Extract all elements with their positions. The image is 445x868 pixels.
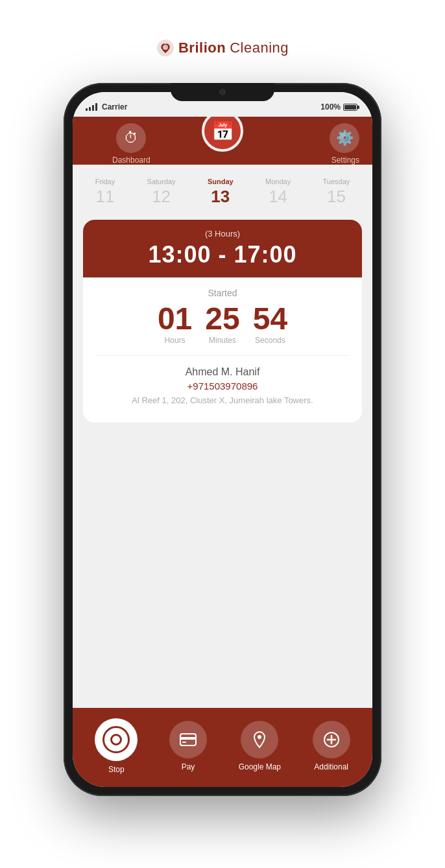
brand-logo-icon — [156, 39, 174, 57]
day-tuesday-num: 15 — [327, 187, 346, 207]
stop-dot — [110, 734, 122, 745]
stop-button[interactable]: Stop — [95, 718, 138, 774]
dashboard-icon-circle: ⏱ — [116, 123, 146, 153]
status-right: 100% — [320, 102, 359, 111]
day-friday[interactable]: Friday 11 — [95, 178, 115, 207]
stop-label: Stop — [108, 765, 125, 774]
additional-button[interactable]: Additional — [313, 721, 350, 771]
phone-frame: Carrier 100% ⏱ — [64, 83, 381, 796]
day-saturday-name: Saturday — [147, 178, 176, 185]
pay-label: Pay — [182, 762, 195, 771]
timer-minutes-num: 25 — [205, 303, 239, 334]
timer-seconds-unit: 54 Seconds — [253, 303, 287, 345]
day-tuesday-name: Tuesday — [323, 178, 350, 185]
additional-circle — [313, 721, 350, 758]
day-friday-name: Friday — [95, 178, 115, 185]
timer-minutes-label: Minutes — [209, 336, 236, 345]
timer-hours-num: 01 — [158, 303, 192, 334]
settings-label: Settings — [331, 156, 359, 165]
calendar-icon: 📅 — [211, 121, 234, 142]
timer-hours-label: Hours — [165, 336, 186, 345]
top-nav: ⏱ Dashboard 📅 ⚙️ Settings — [73, 117, 372, 165]
contact-info: Ahmed M. Hanif +971503970896 Al Reef 1, … — [132, 366, 313, 410]
nav-settings[interactable]: ⚙️ Settings — [268, 123, 359, 165]
pay-button[interactable]: Pay — [169, 721, 207, 771]
timer-minutes-unit: 25 Minutes — [205, 303, 239, 345]
brand-name-bold: Brilion — [178, 40, 226, 56]
dashboard-label: Dashboard — [112, 156, 150, 165]
brand-header: Brilion Cleaning — [156, 39, 289, 57]
contact-name: Ahmed M. Hanif — [186, 366, 260, 378]
map-button[interactable]: Google Map — [239, 721, 281, 771]
nav-dashboard[interactable]: ⏱ Dashboard — [86, 123, 177, 165]
day-friday-num: 11 — [95, 187, 114, 207]
battery-percent: 100% — [320, 102, 341, 111]
pay-circle — [169, 721, 207, 758]
svg-point-5 — [258, 735, 261, 739]
calendar-strip: Friday 11 Saturday 12 Sunday 13 Monday 1… — [73, 165, 372, 213]
timer-digits: 01 Hours 25 Minutes 54 Seconds — [158, 303, 287, 345]
svg-rect-4 — [182, 742, 186, 743]
brand-name-light: Cleaning — [230, 40, 289, 56]
contact-address: Al Reef 1, 202, Cluster X, Jumeirah lake… — [132, 394, 313, 407]
phone-screen: Carrier 100% ⏱ — [73, 92, 372, 787]
booking-time-range: 13:00 - 17:00 — [148, 241, 296, 268]
booking-card: (3 Hours) 13:00 - 17:00 — [83, 220, 362, 277]
stop-inner — [102, 726, 130, 753]
svg-point-1 — [163, 45, 168, 50]
day-tuesday[interactable]: Tuesday 15 — [323, 178, 350, 207]
map-icon — [252, 731, 267, 749]
notch — [171, 83, 274, 101]
additional-icon — [323, 731, 340, 748]
battery-icon — [343, 104, 359, 111]
settings-icon: ⚙️ — [336, 130, 354, 147]
pay-icon — [180, 733, 197, 746]
svg-rect-3 — [180, 737, 196, 740]
additional-label: Additional — [314, 762, 348, 771]
bottom-nav: Stop Pay — [73, 708, 372, 787]
map-circle — [241, 721, 278, 758]
carrier-label: Carrier — [102, 102, 127, 111]
stop-circle — [95, 718, 138, 761]
day-sunday[interactable]: Sunday 13 — [208, 178, 234, 207]
timer-started-label: Started — [208, 288, 237, 298]
page-wrapper: Brilion Cleaning Carrier — [0, 0, 445, 868]
dashboard-icon: ⏱ — [124, 130, 138, 147]
contact-phone[interactable]: +971503970896 — [187, 381, 258, 392]
map-label: Google Map — [239, 762, 281, 771]
settings-icon-circle: ⚙️ — [330, 123, 359, 153]
main-content: (3 Hours) 13:00 - 17:00 Started 01 Hours… — [73, 213, 372, 708]
timer-hours-unit: 01 Hours — [158, 303, 192, 345]
day-saturday-num: 12 — [152, 187, 171, 207]
day-monday-num: 14 — [269, 187, 287, 207]
notch-camera — [219, 89, 226, 95]
day-sunday-num: 13 — [211, 187, 230, 207]
signal-bars-icon — [86, 103, 97, 111]
status-carrier: Carrier — [86, 102, 127, 111]
booking-hours-label: (3 Hours) — [205, 229, 240, 239]
timer-seconds-label: Seconds — [255, 336, 285, 345]
day-monday[interactable]: Monday 14 — [265, 178, 291, 207]
timer-seconds-num: 54 — [253, 303, 287, 334]
day-sunday-name: Sunday — [208, 178, 234, 185]
day-saturday[interactable]: Saturday 12 — [147, 178, 176, 207]
timer-card: Started 01 Hours 25 Minutes 54 Seconds — [83, 277, 362, 423]
day-monday-name: Monday — [265, 178, 291, 185]
card-divider — [96, 355, 349, 356]
